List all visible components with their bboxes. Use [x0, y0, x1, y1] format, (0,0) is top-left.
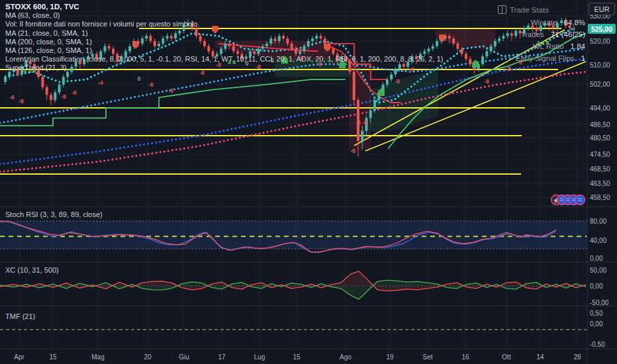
candle[interactable] [95, 54, 98, 59]
candle[interactable] [141, 38, 144, 44]
candle[interactable] [145, 36, 148, 38]
candle[interactable] [456, 44, 459, 49]
candle[interactable] [66, 72, 69, 77]
candle[interactable] [178, 31, 181, 34]
candle[interactable] [523, 28, 526, 34]
candle[interactable] [485, 52, 488, 57]
candle[interactable] [91, 54, 94, 56]
candle[interactable] [494, 41, 497, 46]
candle[interactable] [295, 49, 297, 54]
candle[interactable] [149, 36, 152, 41]
time-axis-label[interactable]: 28 [573, 353, 581, 361]
candle[interactable] [75, 62, 77, 67]
candle[interactable] [436, 41, 438, 46]
candle[interactable] [199, 36, 202, 41]
time-axis-label[interactable]: Ott [502, 353, 511, 361]
candle[interactable] [353, 72, 356, 101]
candle[interactable] [265, 44, 268, 46]
time-axis-label[interactable]: Apr [14, 353, 24, 361]
candle[interactable] [21, 67, 23, 75]
candle[interactable] [216, 54, 218, 56]
time-axis-label[interactable]: 16 [461, 353, 469, 361]
candle[interactable] [249, 52, 252, 57]
candle[interactable] [120, 56, 123, 62]
candle[interactable] [240, 54, 243, 59]
candle[interactable] [560, 21, 563, 23]
candle[interactable] [547, 23, 550, 26]
axis-label[interactable]: 520,00 [590, 38, 610, 45]
candle[interactable] [386, 79, 389, 85]
candle[interactable] [187, 23, 189, 26]
candle[interactable] [315, 36, 318, 38]
candle[interactable] [286, 38, 289, 44]
candle[interactable] [207, 46, 210, 52]
candle[interactable] [103, 46, 106, 52]
candle[interactable] [461, 49, 463, 54]
candle[interactable] [8, 72, 11, 77]
candle[interactable] [399, 64, 401, 69]
candle[interactable] [544, 23, 546, 26]
candle[interactable] [490, 46, 493, 52]
candle[interactable] [536, 28, 538, 31]
candle[interactable] [410, 56, 413, 62]
candle[interactable] [124, 52, 127, 57]
candle[interactable] [336, 54, 339, 62]
axis-label[interactable]: 474,50 [590, 151, 610, 158]
minds-icon[interactable] [575, 195, 585, 205]
candle[interactable] [99, 52, 102, 60]
axis-label[interactable]: 510,00 [590, 62, 610, 69]
candle[interactable] [83, 59, 85, 64]
candle[interactable] [282, 36, 285, 38]
axis-label[interactable]: 50,00 [590, 267, 606, 274]
candle[interactable] [128, 46, 131, 52]
sell-signal-icon[interactable] [132, 41, 139, 49]
candle[interactable] [448, 36, 451, 38]
candle[interactable] [274, 38, 277, 41]
candle[interactable] [573, 28, 575, 29]
time-axis-label[interactable]: 15 [293, 353, 301, 361]
candle[interactable] [527, 26, 530, 28]
axis-label[interactable]: 80,00 [590, 218, 606, 225]
candle[interactable] [29, 62, 32, 64]
candle[interactable] [307, 41, 310, 46]
candle[interactable] [419, 54, 422, 59]
candle[interactable] [37, 69, 40, 77]
candle[interactable] [498, 38, 500, 41]
candle[interactable] [116, 54, 119, 62]
axis-label[interactable]: 494,00 [590, 105, 610, 112]
candle[interactable] [506, 33, 509, 36]
candle[interactable] [195, 28, 197, 36]
candle[interactable] [320, 36, 322, 38]
candle[interactable] [212, 52, 214, 57]
time-axis-label[interactable]: 15 [49, 353, 57, 361]
candle[interactable] [569, 26, 571, 28]
time-axis-label[interactable]: 17 [218, 353, 226, 361]
candle[interactable] [170, 36, 173, 38]
candle[interactable] [174, 33, 177, 38]
candle[interactable] [510, 33, 513, 36]
candle[interactable] [465, 54, 467, 59]
candle[interactable] [183, 26, 185, 31]
candle[interactable] [428, 49, 430, 52]
candle[interactable] [311, 38, 314, 41]
candle[interactable] [79, 62, 81, 64]
axis-label[interactable]: 502,00 [590, 81, 610, 88]
candle[interactable] [224, 44, 226, 49]
candle[interactable] [50, 95, 52, 100]
time-axis-label[interactable]: Ago [340, 353, 352, 361]
candle[interactable] [112, 49, 115, 54]
candle[interactable] [162, 38, 164, 44]
candle[interactable] [303, 46, 305, 52]
candle[interactable] [24, 62, 27, 67]
candle[interactable] [469, 59, 471, 64]
candle[interactable] [361, 131, 363, 142]
candle[interactable] [518, 31, 521, 34]
axis-label[interactable]: 0,00 [590, 255, 603, 262]
candle[interactable] [191, 23, 193, 28]
candle[interactable] [540, 26, 542, 31]
candle[interactable] [394, 69, 397, 75]
axis-label[interactable]: -50,00 [590, 299, 609, 306]
candle[interactable] [54, 93, 56, 101]
axis-label[interactable]: 40,00 [590, 237, 606, 244]
candle[interactable] [452, 38, 455, 44]
